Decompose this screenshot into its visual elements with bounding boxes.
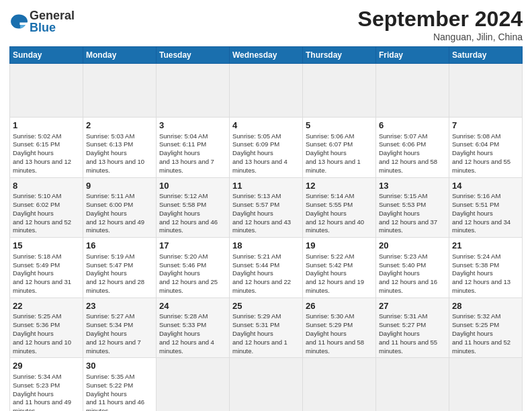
daylight-label: Daylight hours — [452, 210, 493, 217]
sunset-text: Sunset: 5:34 PM — [86, 321, 133, 328]
calendar-day-cell: 1Sunrise: 5:02 AMSunset: 6:15 PMDaylight… — [10, 118, 83, 178]
sunset-text: Sunset: 5:40 PM — [379, 261, 426, 269]
daylight-duration: and 13 hours and 1 minute. — [306, 158, 361, 174]
day-number: 6 — [379, 120, 446, 132]
sunrise-text: Sunrise: 5:16 AM — [452, 192, 500, 199]
sunset-text: Sunset: 5:53 PM — [379, 201, 426, 208]
sunrise-text: Sunrise: 5:29 AM — [232, 312, 281, 320]
calendar-week-row — [10, 64, 523, 118]
calendar-day-cell — [230, 358, 303, 411]
calendar-day-cell: 12Sunrise: 5:14 AMSunset: 5:55 PMDayligh… — [303, 177, 376, 238]
daylight-duration: and 12 hours and 28 minutes. — [86, 278, 144, 294]
sunrise-text: Sunrise: 5:10 AM — [13, 192, 61, 199]
day-number: 17 — [159, 240, 226, 252]
daylight-duration: and 12 hours and 52 minutes. — [13, 218, 71, 234]
calendar-day-cell — [376, 64, 449, 118]
day-number: 7 — [452, 120, 519, 132]
sunset-text: Sunset: 5:31 PM — [232, 321, 279, 328]
day-number: 28 — [452, 300, 519, 312]
calendar-body: 1Sunrise: 5:02 AMSunset: 6:15 PMDaylight… — [10, 64, 523, 412]
daylight-label: Daylight hours — [13, 390, 54, 398]
calendar-day-cell: 20Sunrise: 5:23 AMSunset: 5:40 PMDayligh… — [376, 238, 449, 298]
daylight-label: Daylight hours — [86, 269, 127, 277]
calendar-day-cell: 23Sunrise: 5:27 AMSunset: 5:34 PMDayligh… — [83, 298, 157, 358]
calendar-day-cell: 26Sunrise: 5:30 AMSunset: 5:29 PMDayligh… — [303, 298, 376, 358]
calendar-day-cell: 5Sunrise: 5:06 AMSunset: 6:07 PMDaylight… — [303, 118, 376, 178]
calendar-day-cell: 13Sunrise: 5:15 AMSunset: 5:53 PMDayligh… — [376, 177, 449, 238]
sunrise-text: Sunrise: 5:13 AM — [232, 192, 281, 199]
sunrise-text: Sunrise: 5:35 AM — [86, 373, 134, 380]
daylight-label: Daylight hours — [159, 149, 200, 156]
calendar-table: Sunday Monday Tuesday Wednesday Thursday… — [9, 46, 523, 411]
sunrise-text: Sunrise: 5:08 AM — [452, 132, 500, 140]
logo-general-text: General — [30, 9, 75, 21]
daylight-duration: and 12 hours and 13 minutes. — [452, 278, 511, 294]
sunset-text: Sunset: 6:00 PM — [86, 201, 133, 208]
calendar-day-cell — [303, 64, 376, 118]
logo-icon — [9, 12, 28, 31]
daylight-duration: and 13 hours and 4 minutes. — [232, 158, 287, 174]
daylight-duration: and 12 hours and 10 minutes. — [13, 338, 71, 355]
sunset-text: Sunset: 6:15 PM — [13, 140, 60, 148]
calendar-day-cell: 8Sunrise: 5:10 AMSunset: 6:02 PMDaylight… — [10, 177, 83, 238]
calendar-header-row: Sunday Monday Tuesday Wednesday Thursday… — [10, 47, 523, 64]
day-number: 14 — [452, 180, 519, 192]
title-block: September 2024 Nanguan, Jilin, China — [358, 7, 523, 42]
daylight-label: Daylight hours — [379, 330, 420, 337]
daylight-duration: and 12 hours and 16 minutes. — [379, 278, 437, 294]
daylight-duration: and 12 hours and 25 minutes. — [159, 278, 218, 294]
daylight-duration: and 11 hours and 58 minutes. — [306, 338, 364, 355]
calendar-week-row: 1Sunrise: 5:02 AMSunset: 6:15 PMDaylight… — [10, 118, 523, 178]
daylight-label: Daylight hours — [306, 149, 347, 156]
daylight-label: Daylight hours — [86, 390, 127, 398]
sunrise-text: Sunrise: 5:28 AM — [159, 312, 208, 320]
daylight-label: Daylight hours — [13, 269, 54, 277]
header-thursday: Thursday — [303, 47, 376, 64]
daylight-duration: and 13 hours and 12 minutes. — [13, 158, 71, 174]
calendar-day-cell: 17Sunrise: 5:20 AMSunset: 5:46 PMDayligh… — [157, 238, 230, 298]
sunrise-text: Sunrise: 5:25 AM — [13, 312, 61, 320]
day-number: 4 — [232, 120, 300, 132]
sunrise-text: Sunrise: 5:07 AM — [379, 132, 427, 140]
day-number: 2 — [86, 120, 153, 132]
sunrise-text: Sunrise: 5:34 AM — [13, 373, 61, 380]
daylight-duration: and 12 hours and 58 minutes. — [379, 158, 437, 174]
sunset-text: Sunset: 5:44 PM — [232, 261, 279, 269]
daylight-duration: and 12 hours and 19 minutes. — [306, 278, 364, 294]
day-number: 30 — [86, 360, 153, 372]
sunrise-text: Sunrise: 5:22 AM — [306, 253, 354, 260]
header-monday: Monday — [83, 47, 157, 64]
daylight-duration: and 12 hours and 4 minutes. — [159, 338, 214, 355]
day-number: 18 — [232, 240, 300, 252]
day-number: 10 — [159, 180, 226, 192]
sunset-text: Sunset: 5:36 PM — [13, 321, 60, 328]
daylight-label: Daylight hours — [13, 210, 54, 217]
day-number: 1 — [13, 120, 80, 132]
daylight-label: Daylight hours — [13, 330, 54, 337]
sunset-text: Sunset: 5:29 PM — [306, 321, 353, 328]
month-title: September 2024 — [358, 7, 523, 32]
sunset-text: Sunset: 5:49 PM — [13, 261, 60, 269]
daylight-duration: and 11 hours and 55 minutes. — [379, 338, 437, 355]
daylight-duration: and 12 hours and 43 minutes. — [232, 218, 291, 234]
daylight-label: Daylight hours — [232, 149, 273, 156]
day-number: 9 — [86, 180, 153, 192]
sunset-text: Sunset: 6:04 PM — [452, 140, 499, 148]
calendar-day-cell: 18Sunrise: 5:21 AMSunset: 5:44 PMDayligh… — [230, 238, 303, 298]
sunrise-text: Sunrise: 5:24 AM — [452, 253, 500, 260]
daylight-duration: and 12 hours and 55 minutes. — [452, 158, 511, 174]
sunset-text: Sunset: 5:42 PM — [306, 261, 353, 269]
calendar-day-cell: 4Sunrise: 5:05 AMSunset: 6:09 PMDaylight… — [230, 118, 303, 178]
sunrise-text: Sunrise: 5:23 AM — [379, 253, 427, 260]
sunset-text: Sunset: 5:33 PM — [159, 321, 206, 328]
sunrise-text: Sunrise: 5:21 AM — [232, 253, 281, 260]
sunrise-text: Sunrise: 5:30 AM — [306, 312, 354, 320]
calendar-day-cell — [449, 358, 523, 411]
daylight-label: Daylight hours — [232, 210, 273, 217]
sunset-text: Sunset: 6:07 PM — [306, 140, 353, 148]
header-tuesday: Tuesday — [157, 47, 230, 64]
day-number: 19 — [306, 240, 373, 252]
calendar-day-cell — [157, 64, 230, 118]
daylight-duration: and 12 hours and 1 minute. — [232, 338, 287, 355]
daylight-duration: and 13 hours and 7 minutes. — [159, 158, 214, 174]
